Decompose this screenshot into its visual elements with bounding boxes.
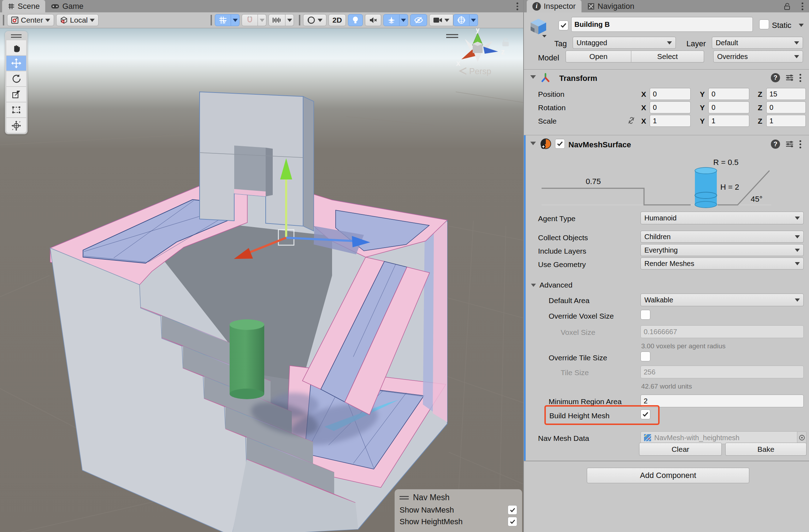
scale-x-field[interactable] bbox=[650, 115, 691, 127]
2d-mode-button[interactable]: 2D bbox=[329, 14, 346, 26]
move-tool[interactable] bbox=[6, 56, 26, 71]
pivot-mode-button[interactable]: Center bbox=[7, 14, 54, 26]
measure-button[interactable] bbox=[268, 14, 285, 26]
override-tile-size-checkbox[interactable] bbox=[640, 351, 650, 361]
scale-tool[interactable] bbox=[6, 87, 26, 102]
navmeshsurface-foldout[interactable] bbox=[530, 142, 536, 145]
static-checkbox[interactable] bbox=[759, 19, 769, 29]
show-heightmesh-checkbox[interactable] bbox=[508, 517, 517, 526]
tab-game-label: Game bbox=[62, 2, 83, 11]
inspector-lock-icon[interactable] bbox=[784, 2, 791, 12]
include-layers-dropdown[interactable]: Everything bbox=[640, 244, 804, 256]
nav-mesh-data-value: NavMesh-with_heightmesh bbox=[654, 434, 739, 442]
transform-icon bbox=[11, 120, 22, 131]
gameobject-header: Static Tag Untagged Layer Default Model … bbox=[524, 12, 809, 65]
effects-options-caret[interactable] bbox=[400, 14, 408, 26]
scale-label: Scale bbox=[538, 117, 557, 125]
transform-kebab-icon[interactable] bbox=[799, 73, 801, 82]
snap-options-caret[interactable] bbox=[258, 14, 266, 26]
view-hand-tool[interactable] bbox=[6, 40, 26, 55]
toolbar-grip[interactable] bbox=[299, 15, 300, 25]
grid-options-caret[interactable] bbox=[231, 14, 240, 26]
model-open-button[interactable]: Open bbox=[566, 51, 631, 63]
help-icon[interactable]: ? bbox=[771, 140, 780, 149]
help-icon[interactable]: ? bbox=[771, 73, 780, 82]
tab-scene[interactable]: Scene bbox=[2, 0, 45, 12]
audio-toggle-button[interactable] bbox=[365, 14, 381, 26]
position-y-field[interactable] bbox=[708, 88, 749, 100]
toolbar-grip[interactable] bbox=[3, 15, 4, 25]
scale-y-field[interactable] bbox=[708, 115, 749, 127]
tab-game[interactable]: Game bbox=[45, 0, 89, 12]
scene-toolbar: Center Local Y 2D bbox=[0, 12, 523, 28]
snap-button[interactable] bbox=[242, 14, 258, 26]
transform-foldout[interactable] bbox=[530, 75, 536, 79]
position-x-field[interactable] bbox=[650, 88, 691, 100]
grid-visibility-button[interactable]: Y bbox=[215, 14, 231, 26]
rotation-y-field[interactable] bbox=[708, 101, 749, 113]
measure-options-caret[interactable] bbox=[285, 14, 294, 26]
gizmos-options-caret[interactable] bbox=[470, 14, 478, 26]
nav-mesh-data-field[interactable]: NavMesh-with_heightmesh bbox=[640, 431, 797, 444]
eye-slash-icon bbox=[414, 16, 423, 24]
scene-viewport[interactable]: y x z Persp bbox=[0, 28, 523, 532]
transform-tool[interactable] bbox=[6, 118, 26, 133]
override-tile-size-label: Override Tile Size bbox=[549, 354, 607, 362]
show-navmesh-checkbox[interactable] bbox=[508, 505, 517, 515]
tab-navigation[interactable]: Navigation bbox=[581, 0, 640, 12]
position-label: Position bbox=[538, 90, 565, 99]
gizmos-button[interactable] bbox=[453, 14, 470, 26]
default-area-dropdown[interactable]: Walkable bbox=[640, 294, 804, 306]
agent-slope-label: 45° bbox=[751, 195, 762, 203]
build-height-mesh-checkbox[interactable] bbox=[640, 409, 650, 419]
rotation-z-field[interactable] bbox=[766, 101, 806, 113]
position-z-field[interactable] bbox=[766, 88, 806, 100]
use-geometry-dropdown[interactable]: Render Meshes bbox=[640, 258, 804, 270]
camera-button[interactable] bbox=[429, 14, 453, 26]
inspector-menu-kebab-icon[interactable] bbox=[801, 2, 803, 10]
agent-type-dropdown[interactable]: Humanoid bbox=[640, 212, 804, 224]
hidden-objects-button[interactable] bbox=[410, 14, 427, 26]
handle-space-button[interactable]: Local bbox=[56, 14, 99, 26]
add-component-button[interactable]: Add Component bbox=[587, 468, 749, 483]
divider bbox=[524, 461, 809, 461]
rect-tool[interactable] bbox=[6, 102, 26, 117]
tools-drag-handle[interactable] bbox=[6, 33, 26, 39]
static-flags-caret[interactable] bbox=[799, 24, 804, 27]
gameobject-name-field[interactable] bbox=[571, 17, 753, 32]
effects-toggle-button[interactable] bbox=[383, 14, 400, 26]
override-voxel-size-checkbox[interactable] bbox=[640, 310, 650, 320]
toolbar-grip[interactable] bbox=[211, 15, 212, 25]
advanced-foldout[interactable] bbox=[531, 284, 536, 287]
rotation-x-field[interactable] bbox=[650, 101, 691, 113]
effects-star-icon bbox=[387, 16, 396, 24]
voxel-size-helper: 3.00 voxels per agent radius bbox=[641, 342, 726, 350]
draw-mode-button[interactable] bbox=[303, 14, 326, 26]
presets-icon[interactable] bbox=[785, 73, 794, 82]
layer-dropdown[interactable]: Default bbox=[712, 37, 803, 49]
bake-button[interactable]: Bake bbox=[725, 443, 807, 456]
scene-menu-kebab-icon[interactable] bbox=[516, 2, 518, 10]
navmeshsurface-enabled-checkbox[interactable] bbox=[555, 139, 565, 149]
lighting-toggle-button[interactable] bbox=[348, 14, 363, 26]
object-picker-button[interactable] bbox=[797, 431, 807, 444]
model-select-button[interactable]: Select bbox=[631, 51, 704, 63]
tab-inspector[interactable]: i Inspector bbox=[527, 0, 581, 12]
tag-dropdown[interactable]: Untagged bbox=[573, 37, 676, 49]
navmesh-overlay-drag-handle[interactable] bbox=[400, 496, 409, 500]
include-layers-label: Include Layers bbox=[538, 247, 586, 255]
audio-muted-icon bbox=[369, 16, 377, 24]
projection-label[interactable]: Persp bbox=[469, 66, 491, 76]
collect-objects-dropdown[interactable]: Children bbox=[640, 231, 804, 243]
svg-text:Y: Y bbox=[223, 20, 226, 24]
rotate-tool[interactable] bbox=[6, 71, 26, 86]
minimum-region-area-field[interactable] bbox=[640, 395, 804, 407]
overrides-dropdown[interactable]: Overrides bbox=[713, 51, 803, 63]
clear-button[interactable]: Clear bbox=[639, 443, 722, 456]
link-broken-icon[interactable] bbox=[627, 116, 636, 125]
gameobject-active-checkbox[interactable] bbox=[559, 20, 568, 30]
presets-icon[interactable] bbox=[785, 140, 794, 149]
prefab-cube-icon bbox=[529, 17, 548, 38]
scale-z-field[interactable] bbox=[766, 115, 806, 127]
navmeshsurface-kebab-icon[interactable] bbox=[799, 140, 801, 148]
